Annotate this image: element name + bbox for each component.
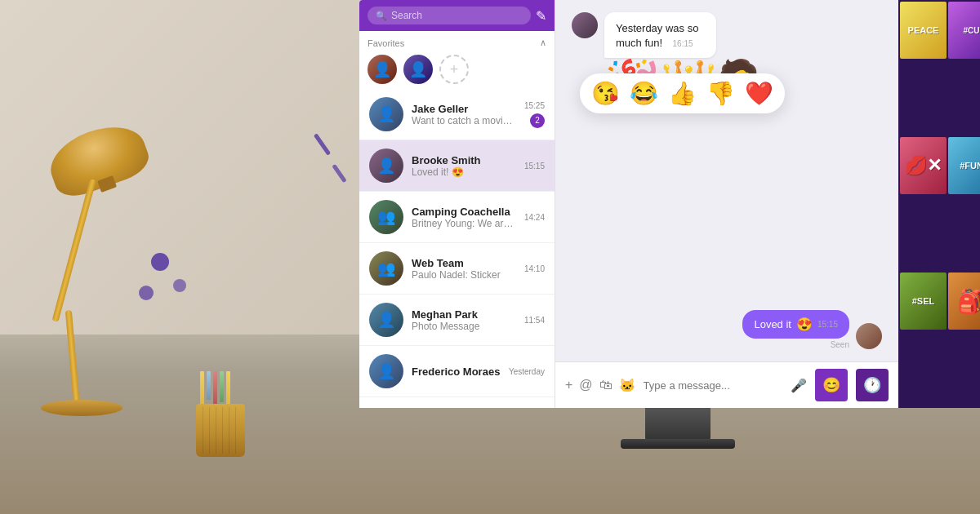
input-icons: + @ 🛍 🐱 xyxy=(565,378,635,393)
loved-emoji: 😍 xyxy=(796,317,813,332)
search-input-wrap[interactable]: 🔍 Search xyxy=(368,7,531,24)
contact-name-jake: Jake Geller xyxy=(412,103,516,115)
emoji-btn-kiss[interactable]: 😘 xyxy=(591,80,620,107)
deco-dot-1 xyxy=(151,253,169,271)
emoji-panel-icon: 😊 xyxy=(822,376,840,394)
loved-time: 15:15 xyxy=(817,320,838,329)
monitor-stand xyxy=(645,408,710,441)
sent-message-row: Loved it 😍 15:15 Seen xyxy=(572,310,882,349)
message-spacer xyxy=(572,114,882,302)
contact-preview-camping: Britney Young: We are near the entrance!… xyxy=(412,218,516,229)
contact-meta-camping: 14:24 xyxy=(524,213,545,222)
lamp xyxy=(24,131,188,416)
contact-avatar-frederico: 👤 xyxy=(369,354,403,388)
holder-body xyxy=(196,404,245,457)
favorites-collapse-icon[interactable]: ∧ xyxy=(540,38,546,48)
compose-icon[interactable]: ✎ xyxy=(536,8,546,24)
contact-avatar-webteam: 👥 xyxy=(369,251,403,286)
contact-info-camping: Camping Coachella Britney Young: We are … xyxy=(412,206,516,229)
emoji-btn-laugh[interactable]: 😂 xyxy=(630,80,658,107)
contact-item-camping[interactable]: 👥 Camping Coachella Britney Young: We ar… xyxy=(359,192,555,243)
clock-icon: 🕐 xyxy=(863,376,881,394)
emoji-toolbar: 😘 😂 👍 👎 ❤️ xyxy=(580,73,785,113)
contact-name-meghan: Meghan Park xyxy=(412,308,516,321)
contact-name-brooke: Brooke Smith xyxy=(412,154,516,166)
deco-dot-2 xyxy=(139,286,154,300)
contact-item-meghan[interactable]: 👤 Meghan Park Photo Message 11:54 xyxy=(359,295,555,346)
favorite-avatar-2[interactable]: 👤 xyxy=(403,55,433,84)
contact-info-brooke: Brooke Smith Loved it! 😍 xyxy=(412,154,516,178)
search-icon: 🔍 xyxy=(376,11,387,21)
shop-icon[interactable]: 🛍 xyxy=(599,378,612,392)
sent-avatar xyxy=(856,323,882,349)
pencils xyxy=(200,371,230,408)
monitor-screen: 🔍 Search ✎ Favorites ∧ 👤 xyxy=(359,0,980,408)
favorites-label: Favorites ∧ xyxy=(368,38,546,48)
contacts-list: 👤 Jake Geller Want to catch a movie toni… xyxy=(359,89,555,408)
at-icon[interactable]: @ xyxy=(579,378,592,392)
contact-avatar-brooke: 👤 xyxy=(369,148,403,183)
favorites-add-button[interactable]: + xyxy=(439,55,469,84)
contact-info-jake: Jake Geller Want to catch a movie tonigh… xyxy=(412,103,516,126)
emoji-btn-thumbsup[interactable]: 👍 xyxy=(668,80,697,107)
sticker-bag[interactable]: 🎒 xyxy=(948,273,980,330)
contact-item-brooke[interactable]: 👤 Brooke Smith Loved it! 😍 15:15 xyxy=(359,140,555,192)
contact-preview-meghan: Photo Message xyxy=(412,321,516,332)
emoji-btn-thumbsdown[interactable]: 👎 xyxy=(706,80,735,107)
sticker-fun[interactable]: #FUN xyxy=(948,137,980,194)
contact-time-frederico: Yesterday xyxy=(509,367,545,376)
contact-name-frederico: Frederico Moraes xyxy=(412,366,501,378)
sticker-peace[interactable]: PEACE xyxy=(900,2,947,59)
contact-meta-meghan: 11:54 xyxy=(524,316,545,325)
emoji-panel-button[interactable]: 😊 xyxy=(815,369,848,401)
sticker-x[interactable]: 💋✕ xyxy=(900,137,947,194)
contact-name-webteam: Web Team xyxy=(412,257,516,269)
sticker-clock-button[interactable]: 🕐 xyxy=(856,369,889,401)
contact-info-meghan: Meghan Park Photo Message xyxy=(412,308,516,332)
loved-bubble: Loved it 😍 15:15 xyxy=(742,310,849,339)
contact-meta-frederico: Yesterday xyxy=(509,367,545,376)
mic-icon[interactable]: 🎤 xyxy=(791,378,807,393)
pencil xyxy=(200,371,204,404)
contact-preview-webteam: Paulo Nadel: Sticker xyxy=(412,269,516,281)
contact-meta-brooke: 15:15 xyxy=(524,162,545,171)
contact-time-jake: 15:25 xyxy=(524,101,545,110)
sticker-sel[interactable]: #SEL xyxy=(900,273,947,330)
pencil xyxy=(226,371,230,405)
chat-input-area: + @ 🛍 🐱 🎤 😊 🕐 xyxy=(555,361,898,408)
contact-item-webteam[interactable]: 👥 Web Team Paulo Nadel: Sticker 14:10 xyxy=(359,243,555,295)
contact-name-camping: Camping Coachella xyxy=(412,206,516,218)
unread-badge-jake: 2 xyxy=(530,113,545,128)
contact-info-frederico: Frederico Moraes xyxy=(412,366,501,378)
message-input[interactable] xyxy=(644,379,782,392)
search-bar: 🔍 Search ✎ xyxy=(359,0,555,31)
pencil-holder xyxy=(196,392,245,457)
sticker-cu[interactable]: #CU xyxy=(948,2,980,59)
contact-time-brooke: 15:15 xyxy=(524,162,545,171)
sticker-panel: PEACE #CU 💋✕ #FUN #SEL 🎒 xyxy=(898,0,980,408)
cat-icon[interactable]: 🐱 xyxy=(619,378,635,393)
sidebar: 🔍 Search ✎ Favorites ∧ 👤 xyxy=(359,0,555,408)
contact-item-frederico[interactable]: 👤 Frederico Moraes Yesterday xyxy=(359,346,555,397)
favorite-avatar-1[interactable]: 👤 xyxy=(368,55,397,84)
sticker-fun-label: #FUN xyxy=(960,161,980,171)
sticker-grid: PEACE #CU 💋✕ #FUN #SEL 🎒 xyxy=(898,0,980,408)
seen-label: Seen xyxy=(831,340,849,349)
pencil xyxy=(213,371,217,408)
plus-icon[interactable]: + xyxy=(565,378,572,392)
contact-meta-webteam: 14:10 xyxy=(524,264,545,273)
sticker-peace-label: PEACE xyxy=(908,25,939,35)
pencil xyxy=(207,371,211,400)
contact-preview-jake: Want to catch a movie tonight? xyxy=(412,115,516,126)
contact-item-jake[interactable]: 👤 Jake Geller Want to catch a movie toni… xyxy=(359,89,555,140)
lamp-base xyxy=(41,400,122,416)
chat-area: Yesterday was so much fun! 16:15 🎉👑💁 xyxy=(555,0,898,408)
chat-messages: Yesterday was so much fun! 16:15 🎉👑💁 xyxy=(555,0,898,361)
monitor: 🔍 Search ✎ Favorites ∧ 👤 xyxy=(359,0,980,449)
search-placeholder: Search xyxy=(391,10,422,21)
sticker-sel-label: #SEL xyxy=(912,296,935,306)
emoji-btn-heart[interactable]: ❤️ xyxy=(745,80,773,107)
contact-info-webteam: Web Team Paulo Nadel: Sticker xyxy=(412,257,516,281)
contact-avatar-camping: 👥 xyxy=(369,200,403,234)
contact-time-camping: 14:24 xyxy=(524,213,545,222)
